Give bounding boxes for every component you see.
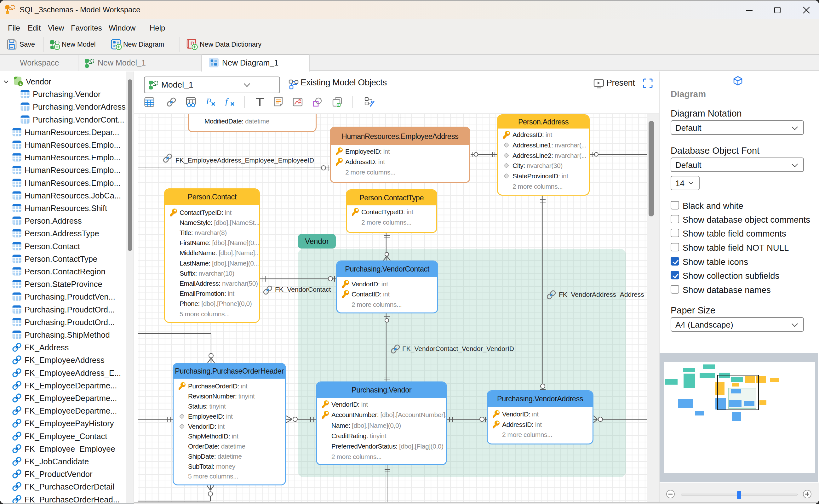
svg-text:f: f (225, 97, 229, 106)
svg-text:P: P (206, 97, 211, 106)
svg-text:L: L (338, 104, 340, 107)
